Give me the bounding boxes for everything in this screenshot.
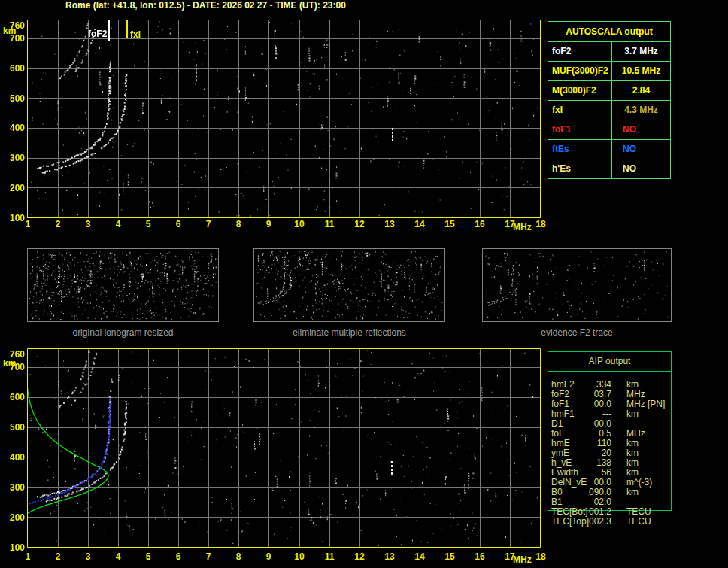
aip-row-d1: D100.0 [548,419,698,429]
autoscala-row-value: 2.84 [611,81,670,100]
top-plot-y-tick-label: 400 [2,123,25,133]
autoscala-row-label: fxI [548,101,611,120]
top-plot-x-tick-label: 8 [230,220,247,229]
top-plot-y-tick-label: 300 [2,153,25,163]
autoscala-row-value: NO [611,120,670,139]
bottom-plot-x-tick-label: 15 [441,552,458,562]
aip-unit: km [626,488,639,497]
aip-unit: km [626,409,639,419]
autoscala-row-m3000f2: M(3000)F22.84 [548,81,670,101]
aip-row-foe: foE0.5MHz [548,429,698,439]
autoscala-row-value: 3.7 MHz [611,42,670,61]
aip-table-rows: hmF2334kmfoF203.7MHzfoF100.0MHz[PN]hmF1-… [548,380,698,527]
autoscala-row-value: NO [611,159,670,178]
autoscala-row-value: NO [611,140,670,159]
top-plot-x-tick-label: 17 [502,220,518,229]
bottom-plot-x-tick-label: 7 [200,552,217,562]
aip-row-tectop: TEC[Top]002.3TECU [548,517,698,527]
autoscala-row-fxi: fxI4.3 MHz [548,101,670,120]
aip-row-hmf2: hmF2334km [548,380,698,390]
autoscala-table: AUTOSCALA output foF23.7 MHzMUF(3000)F21… [548,21,671,179]
bottom-plot-x-tick-label: 14 [411,552,428,562]
bottom-plot-y-tick-label: 200 [2,513,25,523]
bottom-plot-x-tick-label: 12 [351,552,368,562]
autoscala-row-hes: h'EsNO [548,159,670,178]
bottom-plot-x-tick-label: 16 [472,552,488,562]
bottom-plot-x-tick-label: 4 [110,552,126,562]
bottom-plot-x-tick-label: 18 [532,552,549,562]
bottom-plot-x-tick-label: 6 [170,552,187,562]
bottom-plot-x-tick-label: 5 [140,552,156,562]
aip-note: [PN] [648,399,665,409]
thumbnail-evidence-f2-trace [482,248,672,322]
aip-row-b0: B0090.0km [548,488,698,497]
top-plot-x-tick-label: 6 [170,220,187,229]
top-plot-y-tick-label: 600 [2,64,25,74]
autoscala-row-label: foF1 [548,120,611,139]
bottom-plot-x-tick-label: 13 [381,552,398,562]
page-title: Rome (lat: +41.8, lon: 012.5) - DATE: 20… [65,1,346,11]
bottom-plot-x-tick-label: 3 [80,552,96,562]
bottom-plot-y-tick-label: 300 [2,483,25,493]
autoscala-row-label: ftEs [548,140,611,159]
aip-val: 002.3 [561,517,611,527]
aip-unit: TECU [626,517,651,527]
aip-table-title: AIP output [548,352,671,372]
autoscala-row-label: M(3000)F2 [548,81,611,100]
top-plot-y-tick-label: 700 [2,34,25,44]
bottom-plot-x-tick-label: 9 [260,552,277,562]
top-plot-x-tick-label: 2 [50,220,66,229]
autoscala-row-fof1: foF1NO [548,120,670,140]
top-plot-x-tick-label: 12 [351,220,368,229]
top-plot-x-tick-label: 9 [260,220,277,229]
bottom-plot-y-tick-label: 700 [2,363,25,372]
autoscala-row-label: foF2 [548,42,611,61]
ionogram-top-canvas [27,20,541,218]
top-plot-x-tick-label: 7 [200,220,217,229]
top-plot-x-tick-label: 11 [321,220,338,229]
thumbnail-multiple-reflections-removed [253,248,445,322]
bottom-plot-y-tick-label: 400 [2,453,25,463]
top-plot-x-tick-label: 10 [291,220,308,229]
top-plot-x-tick-label: 14 [411,220,428,229]
top-plot-x-tick-label: 18 [532,220,549,229]
bottom-plot-x-tick-label: 1 [20,552,36,562]
autoscala-row-fof2: foF23.7 MHz [548,42,670,62]
aip-row-fof2: foF203.7MHz [548,390,698,399]
top-plot-x-tick-label: 16 [472,220,488,229]
autoscala-row-ftes: ftEsNO [548,140,670,159]
autoscala-row-muf3000f2: MUF(3000)F210.5 MHz [548,62,670,81]
fxI-marker-label: fxI [130,30,141,40]
autoscala-row-label: h'Es [548,159,611,178]
bottom-plot-x-tick-label: 8 [230,552,247,562]
top-plot-x-tick-label: 4 [110,220,126,229]
thumbnail-original-ionogram [27,248,219,322]
top-plot-x-tick-label: 13 [381,220,398,229]
autoscala-output-screen: Rome (lat: +41.8, lon: 012.5) - DATE: 20… [0,0,728,568]
autoscala-table-rows: foF23.7 MHzMUF(3000)F210.5 MHzM(3000)F22… [548,42,670,178]
top-plot-x-tick-label: 1 [20,220,36,229]
aip-row-hme: hmE110km [548,439,698,448]
autoscala-table-title: AUTOSCALA output [548,22,670,42]
bottom-plot-y-tick-label: 760 [2,350,25,360]
bottom-plot-x-tick-label: 10 [291,552,308,562]
top-plot-y-tick-label: 200 [2,184,25,193]
top-plot-x-tick-label: 3 [80,220,96,229]
autoscala-row-value: 4.3 MHz [611,101,670,120]
aip-row-delnve: DelN_vE00.0m^(-3) [548,478,698,488]
autoscala-row-value: 10.5 MHz [611,62,670,80]
autoscala-row-label: MUF(3000)F2 [548,62,611,80]
bottom-plot-y-tick-label: 500 [2,423,25,433]
thumbnail-caption-3: evidence F2 trace [482,328,672,338]
aip-row-hmf1: hmF1---km [548,409,698,419]
bottom-plot-x-tick-label: 11 [321,552,338,562]
foF2-marker-label: foF2 [88,29,107,39]
thumbnail-caption-1: original ionogram resized [27,328,219,338]
ionogram-bottom-canvas [27,348,541,548]
thumbnail-caption-2: eliminate multiple reflections [253,328,445,338]
top-plot-x-tick-label: 5 [140,220,156,229]
bottom-plot-y-tick-label: 600 [2,393,25,402]
bottom-plot-x-tick-label: 2 [50,552,66,562]
top-plot-y-tick-label: 760 [2,21,25,31]
top-plot-y-tick-label: 500 [2,94,25,104]
